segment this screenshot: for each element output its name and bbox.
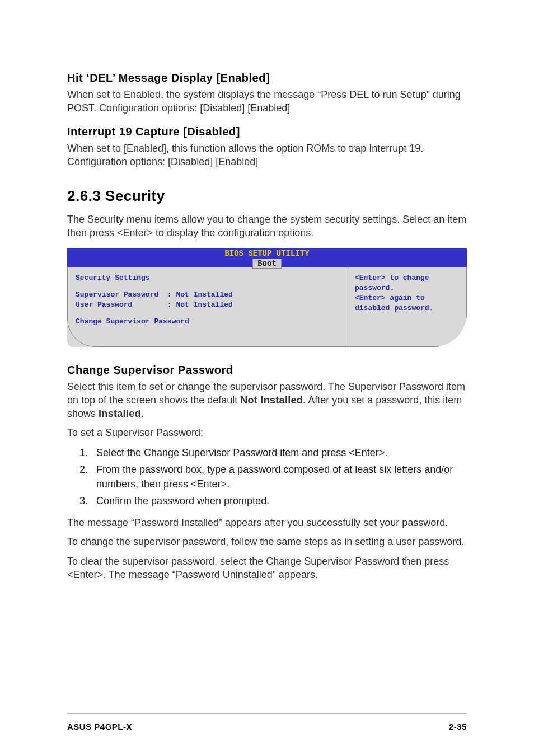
bios-tab-boot: Boot — [252, 259, 282, 269]
bios-help-line: disabled password. — [355, 303, 461, 313]
bios-spacer — [76, 310, 341, 317]
para-clear-password: To clear the supervisor password, select… — [67, 555, 467, 582]
bios-screenshot: BIOS SETUP UTILITY Boot Security Setting… — [67, 248, 467, 347]
bios-title: BIOS SETUP UTILITY — [67, 249, 467, 258]
para-del-message: When set to Enabled, the system displays… — [67, 88, 467, 115]
bios-help-line: <Enter> again to — [355, 293, 461, 303]
para-csp-intro: Select this item to set or change the su… — [67, 380, 467, 421]
heading-security-section: 2.6.3 Security — [67, 187, 467, 205]
bios-user-password-row: User Password : Not Installed — [76, 300, 341, 310]
para-password-installed: The message “Password Installed” appears… — [67, 516, 467, 529]
heading-change-supervisor-password: Change Supervisor Password — [67, 364, 467, 377]
para-change-password: To change the supervisor password, follo… — [67, 535, 467, 548]
list-item: Select the Change Supervisor Password it… — [91, 445, 467, 460]
list-item: From the password box, type a password c… — [91, 462, 467, 491]
keyword-installed: Installed — [99, 408, 141, 419]
heading-interrupt-19: Interrupt 19 Capture [Disabled] — [67, 125, 467, 138]
bios-help-line: <Enter> to change — [355, 273, 461, 283]
para-security-intro: The Security menu items allow you to cha… — [67, 213, 467, 240]
bios-change-supervisor-password: Change Supervisor Password — [76, 317, 341, 327]
bios-help-line: password. — [355, 283, 461, 293]
bios-header: BIOS SETUP UTILITY Boot — [67, 248, 467, 267]
bios-security-settings-label: Security Settings — [76, 273, 341, 283]
para-to-set-password: To set a Supervisor Password: — [67, 426, 467, 439]
keyword-not-installed: Not Installed — [240, 395, 303, 406]
list-item: Confirm the password when prompted. — [91, 494, 467, 508]
footer-product: ASUS P4GPL-X — [67, 722, 132, 731]
heading-del-message: Hit ‘DEL’ Message Display [Enabled] — [67, 72, 467, 84]
footer-page-number: 2-35 — [449, 722, 467, 731]
bios-body: Security Settings Supervisor Password : … — [67, 267, 467, 347]
page-footer: ASUS P4GPL-X 2-35 — [67, 713, 467, 731]
bios-help-pane: <Enter> to change password. <Enter> agai… — [349, 267, 467, 347]
bios-supervisor-password-row: Supervisor Password : Not Installed — [76, 290, 341, 300]
steps-set-password: Select the Change Supervisor Password it… — [67, 445, 467, 508]
para-interrupt-19: When set to [Enabled], this function all… — [67, 142, 467, 169]
bios-spacer — [76, 283, 341, 290]
bios-left-pane: Security Settings Supervisor Password : … — [67, 267, 349, 347]
text-run: . — [141, 408, 144, 419]
